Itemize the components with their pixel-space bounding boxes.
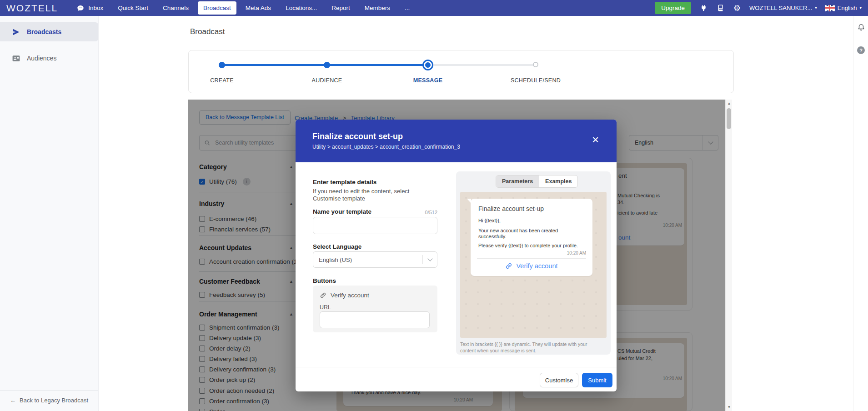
back-link-label: Back to Legacy Broadcast [20, 397, 88, 404]
step-dot-audience[interactable] [324, 62, 330, 68]
gear-icon[interactable]: ⚙ [733, 4, 742, 13]
nav-item-broadcast[interactable]: Broadcast [198, 1, 236, 15]
paper-plane-icon [12, 28, 20, 36]
bubble-line: successfully. [478, 234, 507, 239]
step-label-schedule-send: SCHEDULE/SEND [499, 77, 572, 84]
template-name-input[interactable] [313, 217, 437, 234]
tab-parameters[interactable]: Parameters [496, 175, 539, 187]
modal-footer: Customise Submit [296, 367, 617, 391]
nav-item-locations[interactable]: Locations... [280, 1, 322, 15]
stepper-line-done [327, 64, 428, 66]
left-sidebar: Broadcasts Audiences ← Back to Legacy Br… [0, 16, 99, 411]
id-card-icon [12, 54, 20, 63]
modal-title: Finalize account set-up [312, 132, 403, 141]
finalize-template-modal: Finalize account set-up Utility > accoun… [296, 120, 617, 391]
nav-label: Members [365, 5, 390, 11]
nav-item-report[interactable]: Report [326, 1, 356, 15]
bubble-title: Finalize account set-up [478, 205, 544, 212]
language-select[interactable]: English (US) [313, 251, 437, 268]
sidebar-item-broadcasts[interactable]: Broadcasts [0, 22, 98, 41]
dynamic-text-note: Text in brackets {{ }} are dynamic. They… [460, 341, 602, 354]
panel-scrollbar[interactable]: ▲ ▼ [725, 100, 732, 411]
scroll-down-arrow[interactable]: ▼ [726, 405, 733, 409]
step-label-create: CREATE [186, 77, 258, 84]
sidebar-item-label: Broadcasts [27, 28, 61, 35]
button-config-panel: Verify account URL [313, 286, 437, 332]
nav-item-meta-ads[interactable]: Meta Ads [240, 1, 276, 15]
nav-label: Quick Start [118, 5, 148, 11]
account-name: WOZTELL SANUKER... [749, 5, 812, 11]
bubble-line: Hi {{text}}, [478, 218, 501, 223]
nav-item-members[interactable]: Members [359, 1, 396, 15]
scroll-up-arrow[interactable]: ▲ [726, 101, 733, 105]
form-subtext: If you need to edit the content, select [313, 188, 409, 195]
template-preview-panel: Parameters Examples Finalize account set… [456, 171, 611, 355]
scrollbar-thumb[interactable] [727, 108, 731, 129]
plug-icon[interactable] [699, 4, 708, 13]
right-utility-strip: ? [853, 16, 868, 411]
nav-item-channels[interactable]: Channels [157, 1, 194, 15]
divider [477, 258, 586, 259]
note-line: content when your message is sent. [460, 348, 537, 353]
step-dot-create[interactable] [219, 62, 225, 68]
sidebar-item-audiences[interactable]: Audiences [0, 49, 98, 68]
left-arrow-icon: ← [10, 397, 16, 404]
nav-menu: Inbox Quick Start Channels Broadcast Met… [70, 0, 415, 16]
modal-template-path: Utility > account_updates > account_crea… [312, 144, 460, 150]
note-line: Text in brackets {{ }} are dynamic. They… [460, 341, 587, 347]
chevron-down-icon: ▾ [859, 6, 862, 10]
account-menu[interactable]: WOZTELL SANUKER... ▾ [749, 5, 817, 11]
sidebar-item-label: Audiences [27, 55, 56, 62]
more-dots-icon: ... [405, 5, 410, 11]
upgrade-button[interactable]: Upgrade [655, 2, 691, 14]
char-counter: 0/512 [414, 210, 437, 215]
docs-icon[interactable] [716, 4, 725, 13]
nav-label: Locations... [286, 5, 317, 11]
modal-header: Finalize account set-up Utility > accoun… [296, 120, 617, 162]
submit-button[interactable]: Submit [582, 373, 612, 387]
bubble-line: Your new account has been created [478, 228, 558, 233]
button-name-row: Verify account [320, 292, 369, 299]
stepper-line-done [222, 64, 327, 66]
buttons-section-label: Buttons [313, 277, 336, 284]
step-dot-message[interactable] [422, 60, 433, 70]
nav-label: Meta Ads [246, 5, 271, 11]
bubble-line: Please verify {{text}} to complete your … [478, 243, 578, 248]
back-to-legacy-broadcast-link[interactable]: ← Back to Legacy Broadcast [0, 390, 98, 411]
whatsapp-preview: Finalize account set-up Hi {{text}}, You… [460, 192, 607, 338]
form-subtext: Customise template [313, 195, 365, 202]
stepper-line-todo [428, 64, 536, 66]
verify-account-link[interactable]: Verify account [471, 262, 592, 270]
nav-item-quick-start[interactable]: Quick Start [112, 1, 154, 15]
language-select-value: English (US) [313, 256, 422, 263]
language-label: English [838, 5, 857, 11]
chevron-down-icon [422, 255, 437, 264]
notification-bell-icon[interactable] [857, 22, 865, 31]
nav-item-inbox[interactable]: Inbox [70, 0, 109, 16]
close-icon[interactable]: × [592, 134, 599, 145]
nav-right-cluster: Upgrade ⚙ WOZTELL SANUKER... ▾ English ▾ [655, 2, 868, 14]
link-icon [320, 292, 326, 299]
nav-label: Channels [163, 5, 189, 11]
broadcast-stepper [188, 50, 734, 93]
message-bubble: Finalize account set-up Hi {{text}}, You… [471, 199, 592, 276]
bubble-timestamp: 10:20 AM [567, 251, 586, 256]
verify-account-label: Verify account [516, 262, 557, 270]
url-label: URL [320, 304, 331, 311]
preview-tabs: Parameters Examples [496, 175, 578, 188]
language-menu[interactable]: English ▾ [825, 5, 862, 11]
step-dot-schedule[interactable] [533, 62, 538, 67]
uk-flag-icon [825, 5, 835, 11]
question-mark-glyph: ? [857, 46, 865, 54]
customise-button[interactable]: Customise [540, 373, 578, 387]
chat-bubble-icon [76, 4, 85, 13]
template-name-label: Name your template [313, 208, 371, 215]
step-label-message: MESSAGE [391, 77, 464, 84]
url-input[interactable] [320, 311, 430, 328]
nav-item-more-menu[interactable]: ... [399, 1, 415, 15]
help-icon[interactable]: ? [857, 46, 865, 55]
form-heading: Enter template details [313, 179, 376, 185]
chevron-down-icon: ▾ [815, 6, 817, 10]
nav-label: Broadcast [203, 5, 231, 11]
tab-examples[interactable]: Examples [539, 175, 577, 187]
